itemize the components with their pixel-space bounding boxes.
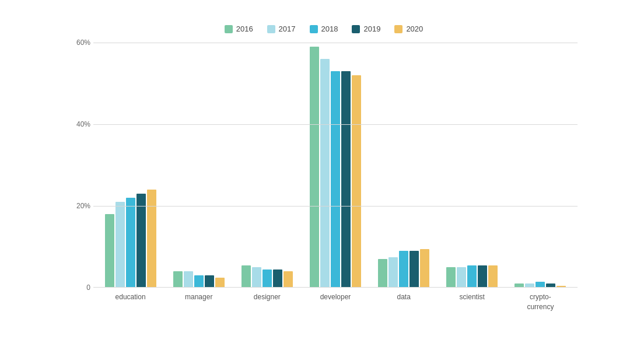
- legend-color-2016: [225, 25, 233, 33]
- legend-item-2019: 2019: [352, 24, 380, 33]
- bar-data-2016: [378, 259, 387, 288]
- bar-designer-2020: [284, 271, 293, 288]
- bar-developer-2017: [320, 59, 330, 288]
- bar-manager-2018: [194, 275, 204, 288]
- legend-label-2020: 2020: [406, 24, 423, 33]
- legend-label-2017: 2017: [279, 24, 296, 33]
- y-label-60: 60%: [64, 38, 90, 47]
- bar-manager-2019: [205, 275, 214, 288]
- x-axis-labels: educationmanagerdesignerdeveloperdatasci…: [93, 288, 578, 312]
- bar-designer-2016: [242, 265, 251, 288]
- bar-developer-2016: [310, 47, 319, 288]
- bar-education-2016: [105, 214, 114, 288]
- bar-data-2019: [410, 251, 419, 288]
- x-label-designer: designer: [233, 288, 301, 312]
- bar-group-cryptocurrency: [506, 43, 575, 288]
- bar-data-2018: [399, 251, 408, 288]
- bar-cryptocurrency-2018: [536, 282, 545, 288]
- bar-group-data: [370, 43, 438, 288]
- bar-manager-2020: [215, 278, 225, 288]
- bar-cryptocurrency-2017: [525, 284, 534, 288]
- bar-cryptocurrency-2020: [556, 286, 566, 288]
- bar-developer-2018: [331, 71, 340, 288]
- chart-legend: 20162017201820192020: [64, 24, 583, 33]
- bar-data-2017: [388, 257, 398, 288]
- bar-data-2020: [420, 249, 429, 288]
- bar-education-2020: [147, 190, 156, 288]
- bar-cryptocurrency-2019: [546, 284, 555, 288]
- bar-designer-2017: [252, 267, 261, 288]
- bar-education-2017: [116, 202, 125, 288]
- bar-group-designer: [233, 43, 301, 288]
- y-label-40: 40%: [64, 120, 90, 128]
- legend-label-2016: 2016: [236, 24, 253, 33]
- bar-group-scientist: [438, 43, 506, 288]
- bar-developer-2019: [341, 71, 351, 288]
- bar-scientist-2019: [478, 265, 487, 288]
- bar-cryptocurrency-2016: [514, 284, 524, 288]
- x-label-data: data: [370, 288, 438, 312]
- x-label-education: education: [96, 288, 164, 312]
- legend-item-2016: 2016: [225, 24, 253, 33]
- bar-education-2019: [136, 194, 146, 288]
- bar-designer-2019: [273, 270, 282, 288]
- x-label-scientist: scientist: [438, 288, 506, 312]
- bar-scientist-2017: [457, 267, 466, 288]
- bar-group-developer: [301, 43, 369, 288]
- y-label-20: 20%: [64, 202, 90, 210]
- chart-container: 20162017201820192020 60% 40% 20% 0 educa…: [23, 13, 607, 351]
- bar-scientist-2016: [446, 267, 456, 288]
- x-label-cryptocurrency: crypto-currency: [506, 288, 575, 312]
- bar-education-2018: [126, 198, 135, 288]
- bar-designer-2018: [262, 270, 272, 288]
- x-label-developer: developer: [301, 288, 369, 312]
- legend-item-2018: 2018: [310, 24, 338, 33]
- y-label-0: 0: [64, 284, 90, 292]
- legend-label-2018: 2018: [321, 24, 338, 33]
- bar-developer-2020: [352, 75, 361, 288]
- legend-label-2019: 2019: [363, 24, 380, 33]
- legend-color-2018: [310, 25, 318, 33]
- legend-color-2019: [352, 25, 360, 33]
- bar-group-education: [96, 43, 164, 288]
- bars-area: [93, 43, 578, 288]
- bar-scientist-2018: [467, 265, 477, 288]
- legend-color-2017: [267, 25, 275, 33]
- legend-item-2017: 2017: [267, 24, 296, 33]
- legend-item-2020: 2020: [394, 24, 423, 33]
- bar-manager-2017: [184, 271, 193, 288]
- bar-scientist-2020: [488, 265, 498, 288]
- x-label-manager: manager: [164, 288, 233, 312]
- bar-manager-2016: [173, 271, 183, 288]
- bar-group-manager: [164, 43, 233, 288]
- legend-color-2020: [394, 25, 402, 33]
